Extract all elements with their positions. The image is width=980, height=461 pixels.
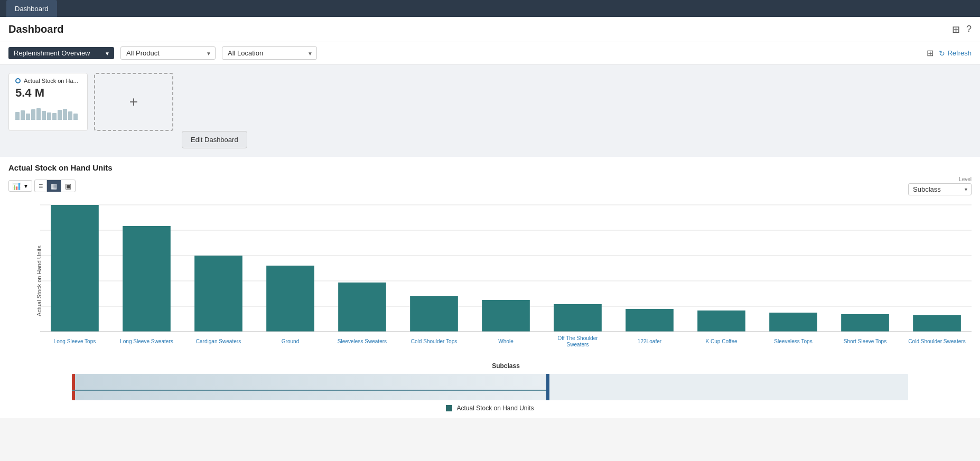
mini-bar bbox=[31, 109, 35, 120]
chart-section: Actual Stock on Hand Units 📊 ▼ ≡ ▦ ▣ Lev… bbox=[0, 157, 980, 418]
product-select-wrapper[interactable]: All Product bbox=[120, 46, 216, 60]
svg-text:Long Sleeve Tops: Long Sleeve Tops bbox=[54, 338, 96, 344]
range-handle-left[interactable] bbox=[72, 374, 75, 400]
chart-title: Actual Stock on Hand Units bbox=[8, 163, 972, 172]
bar-122loafer[interactable] bbox=[626, 309, 674, 332]
grid-view-button[interactable]: ▣ bbox=[61, 180, 75, 192]
legend-color-swatch bbox=[446, 405, 452, 411]
page-title: Dashboard bbox=[8, 23, 63, 35]
bar-long-sleeve-tops[interactable] bbox=[51, 205, 99, 332]
mini-bar bbox=[47, 112, 51, 120]
product-select[interactable]: All Product bbox=[120, 46, 216, 60]
kpi-card-header: Actual Stock on Ha... bbox=[15, 78, 81, 84]
svg-text:Off The Shoulder: Off The Shoulder bbox=[557, 335, 598, 341]
mini-bar bbox=[58, 110, 62, 120]
top-nav: Dashboard bbox=[0, 0, 980, 17]
page-header: Dashboard ⊞ ? bbox=[0, 17, 980, 42]
replenishment-select-wrapper[interactable]: Replenishment Overview bbox=[8, 47, 114, 59]
toolbar: Replenishment Overview All Product All L… bbox=[0, 42, 980, 64]
location-select[interactable]: All Location bbox=[222, 46, 317, 60]
svg-text:122Loafer: 122Loafer bbox=[638, 338, 662, 344]
toolbar-right: ⊞ ↻ Refresh bbox=[927, 48, 972, 58]
mini-bar bbox=[15, 112, 20, 120]
bar-cold-shoulder-tops[interactable] bbox=[410, 296, 458, 332]
location-select-wrapper[interactable]: All Location bbox=[222, 46, 317, 60]
mini-bar bbox=[26, 114, 30, 120]
replenishment-select[interactable]: Replenishment Overview bbox=[8, 47, 114, 59]
bar-ground[interactable] bbox=[266, 266, 314, 332]
bar-whole[interactable] bbox=[482, 300, 530, 332]
svg-text:Sleeveless Sweaters: Sleeveless Sweaters bbox=[338, 338, 387, 344]
mini-bar bbox=[63, 109, 67, 120]
bar-view-button[interactable]: ▦ bbox=[47, 180, 61, 192]
dropdown-arrow: ▼ bbox=[23, 183, 29, 189]
range-chart-wrapper bbox=[8, 370, 972, 400]
bar-chart-area: Actual Stock on Hand Units 1.0M 0.8M 0.6… bbox=[8, 200, 972, 370]
level-select-container[interactable]: Subclass bbox=[908, 183, 972, 195]
svg-text:Cold Shoulder Tops: Cold Shoulder Tops bbox=[411, 338, 458, 344]
mini-bar bbox=[52, 113, 57, 120]
list-view-button[interactable]: ≡ bbox=[35, 180, 47, 192]
svg-text:Cardigan Sweaters: Cardigan Sweaters bbox=[196, 338, 241, 344]
chart-view-buttons: ≡ ▦ ▣ bbox=[34, 180, 76, 192]
bar-short-sleeve-tops[interactable] bbox=[841, 314, 889, 332]
svg-text:Cold Shoulder Sweaters: Cold Shoulder Sweaters bbox=[908, 338, 965, 344]
kpi-card: Actual Stock on Ha... 5.4 M bbox=[8, 73, 88, 131]
legend-label: Actual Stock on Hand Units bbox=[456, 404, 534, 412]
refresh-icon: ↻ bbox=[939, 49, 945, 58]
svg-text:Ground: Ground bbox=[282, 338, 300, 344]
grid-icon[interactable]: ⊞ bbox=[927, 48, 934, 58]
kpi-value: 5.4 M bbox=[15, 86, 81, 100]
svg-text:Sleeveless Tops: Sleeveless Tops bbox=[774, 338, 812, 344]
chart-legend: Actual Stock on Hand Units bbox=[8, 404, 972, 412]
mini-bar bbox=[68, 111, 72, 120]
range-chart-fill bbox=[72, 374, 548, 400]
bar-k-cup-coffee[interactable] bbox=[697, 311, 745, 332]
bar-long-sleeve-sweaters[interactable] bbox=[123, 226, 171, 332]
add-card[interactable]: + bbox=[94, 73, 173, 131]
range-chart-line bbox=[72, 390, 548, 391]
bar-chart-svg: 1.0M 0.8M 0.6M 0.4M 0.2M 0.0 Long Sleeve… bbox=[40, 200, 972, 358]
refresh-label: Refresh bbox=[947, 49, 972, 57]
level-select[interactable]: Subclass bbox=[908, 183, 972, 195]
svg-text:Long Sleeve Sweaters: Long Sleeve Sweaters bbox=[120, 338, 173, 344]
svg-text:Sweaters: Sweaters bbox=[567, 342, 589, 347]
dashboard-area: Actual Stock on Ha... 5.4 M + Edit Dashb… bbox=[0, 64, 980, 157]
help-icon[interactable]: ? bbox=[966, 24, 972, 35]
y-axis-label: Actual Stock on Hand Units bbox=[36, 253, 42, 316]
kpi-card-title: Actual Stock on Ha... bbox=[24, 78, 78, 84]
table-icon[interactable]: ⊞ bbox=[952, 24, 960, 35]
svg-text:Short Sleeve Tops: Short Sleeve Tops bbox=[844, 338, 886, 344]
mini-bar bbox=[42, 111, 46, 120]
chart-toolbar-left: 📊 ▼ ≡ ▦ ▣ bbox=[8, 180, 76, 192]
bar-off-shoulder-sweaters[interactable] bbox=[554, 304, 602, 332]
dashboard-tab[interactable]: Dashboard bbox=[6, 0, 57, 17]
edit-dashboard-button[interactable]: Edit Dashboard bbox=[182, 131, 247, 148]
level-label: Level bbox=[959, 176, 972, 182]
bar-sleeveless-tops[interactable] bbox=[769, 313, 817, 332]
x-axis-label: Subclass bbox=[40, 362, 972, 370]
chart-toolbar: 📊 ▼ ≡ ▦ ▣ Level Subclass bbox=[8, 176, 972, 195]
header-icons: ⊞ ? bbox=[952, 24, 972, 35]
add-plus-icon: + bbox=[129, 93, 138, 110]
bar-chart-icon: 📊 bbox=[12, 182, 21, 190]
range-handle-right[interactable] bbox=[546, 374, 549, 400]
chart-type-dropdown[interactable]: 📊 ▼ bbox=[8, 180, 32, 192]
mini-chart bbox=[15, 104, 81, 120]
kpi-dot bbox=[15, 78, 21, 83]
svg-text:K Cup Coffee: K Cup Coffee bbox=[705, 338, 738, 344]
svg-text:Whole: Whole bbox=[498, 338, 514, 344]
bar-cardigan-sweaters[interactable] bbox=[194, 256, 242, 332]
bar-cold-shoulder-sweaters[interactable] bbox=[913, 315, 961, 332]
range-chart[interactable] bbox=[72, 374, 908, 400]
mini-bar bbox=[36, 108, 41, 120]
mini-bar bbox=[21, 110, 25, 120]
level-select-wrapper: Level Subclass bbox=[908, 176, 972, 195]
refresh-button[interactable]: ↻ Refresh bbox=[939, 49, 972, 58]
mini-bar bbox=[73, 114, 78, 120]
bar-sleeveless-sweaters[interactable] bbox=[338, 283, 386, 332]
